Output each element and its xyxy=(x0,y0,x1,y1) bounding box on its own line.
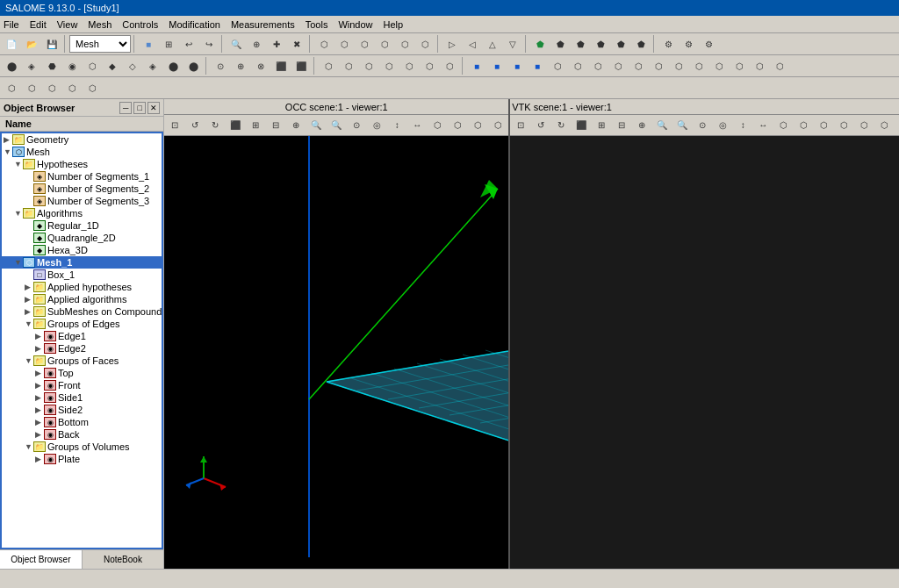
tb-btn-22[interactable]: ⬟ xyxy=(591,34,610,54)
tb2-btn-38[interactable]: ⬡ xyxy=(770,56,789,75)
tree-item-hexa_3d[interactable]: ◆Hexa_3D xyxy=(2,244,162,256)
occ-canvas[interactable] xyxy=(164,136,508,569)
tb-btn-18[interactable]: ▽ xyxy=(503,34,522,54)
tree-arrow-groups_faces[interactable]: ▼ xyxy=(25,356,33,365)
tb2-btn-3[interactable]: ⬣ xyxy=(42,56,61,75)
tb2-btn-25[interactable]: ■ xyxy=(507,56,527,75)
vtk-tb-6[interactable]: ⊟ xyxy=(612,116,631,135)
tb2-btn-5[interactable]: ⬡ xyxy=(83,56,102,75)
tree-arrow-groups_edges[interactable]: ▼ xyxy=(25,319,33,328)
occ-tb-10[interactable]: ⊙ xyxy=(347,116,366,135)
tb-btn-3[interactable]: ↩ xyxy=(179,34,198,54)
ob-close-btn[interactable]: ✕ xyxy=(147,102,160,114)
menu-controls[interactable]: Controls xyxy=(122,19,158,30)
tree-item-front[interactable]: ▶◉Front xyxy=(2,379,162,391)
tree-item-bottom[interactable]: ▶◉Bottom xyxy=(2,416,162,428)
tb2-btn-32[interactable]: ⬡ xyxy=(649,56,668,75)
tb-btn-24[interactable]: ⬟ xyxy=(631,34,651,54)
ob-minimize-btn[interactable]: ─ xyxy=(119,102,132,114)
tb-btn-21[interactable]: ⬟ xyxy=(571,34,590,54)
tb2-btn-22[interactable]: ⬡ xyxy=(440,56,459,75)
mesh-select[interactable]: Mesh xyxy=(69,35,131,53)
tb3-btn-2[interactable]: ⬡ xyxy=(22,78,41,97)
tree-item-plate[interactable]: ▶◉Plate xyxy=(2,453,162,465)
tb-btn-13[interactable]: ⬡ xyxy=(395,34,414,54)
tb2-btn-8[interactable]: ◈ xyxy=(143,56,162,75)
tb2-btn-13[interactable]: ⊗ xyxy=(251,56,270,75)
tree-item-top[interactable]: ▶◉Top xyxy=(2,367,162,379)
tb-btn-4[interactable]: ↪ xyxy=(199,34,219,54)
tree-arrow-edge1[interactable]: ▶ xyxy=(35,332,44,341)
tree-item-applied_hyp[interactable]: ▶📁Applied hypotheses xyxy=(2,281,162,293)
tree-item-mesh[interactable]: ▼⬡Mesh xyxy=(2,146,162,158)
tb-btn-15[interactable]: ▷ xyxy=(442,34,462,54)
menu-measurements[interactable]: Measurements xyxy=(231,19,295,30)
vtk-tb-17[interactable]: ⬡ xyxy=(834,116,853,135)
tree-item-hypotheses[interactable]: ▼📁Hypotheses xyxy=(2,158,162,170)
menu-window[interactable]: Window xyxy=(338,19,372,30)
tb-btn-23[interactable]: ⬟ xyxy=(611,34,630,54)
vtk-tb-10[interactable]: ⊙ xyxy=(693,116,712,135)
tb2-btn-21[interactable]: ⬡ xyxy=(420,56,439,75)
vtk-tb-14[interactable]: ⬡ xyxy=(773,116,793,135)
tree-arrow-edge2[interactable]: ▶ xyxy=(35,344,44,353)
tree-item-box_1[interactable]: □Box_1 xyxy=(2,269,162,281)
save-btn[interactable]: 💾 xyxy=(42,34,61,54)
tb2-btn-37[interactable]: ⬡ xyxy=(750,56,769,75)
tree-arrow-side2[interactable]: ▶ xyxy=(35,405,44,414)
new-btn[interactable]: 📄 xyxy=(2,34,21,54)
tb2-btn-12[interactable]: ⊕ xyxy=(231,56,250,75)
tb2-btn-16[interactable]: ⬡ xyxy=(319,56,338,75)
tb3-btn-1[interactable]: ⬡ xyxy=(2,78,21,97)
ob-tab-notebook[interactable]: NoteBook xyxy=(83,550,164,569)
menu-mesh[interactable]: Mesh xyxy=(88,19,111,30)
tb3-btn-4[interactable]: ⬡ xyxy=(62,78,82,97)
tb2-btn-19[interactable]: ⬡ xyxy=(379,56,399,75)
tb2-btn-6[interactable]: ◆ xyxy=(103,56,122,75)
tb-btn-1[interactable]: ■ xyxy=(139,34,158,54)
tree-item-edge1[interactable]: ▶◉Edge1 xyxy=(2,330,162,342)
tb2-btn-11[interactable]: ⊙ xyxy=(211,56,230,75)
tree-item-side2[interactable]: ▶◉Side2 xyxy=(2,404,162,416)
tb2-btn-30[interactable]: ⬡ xyxy=(608,56,628,75)
tree-arrow-front[interactable]: ▶ xyxy=(35,381,44,390)
tb2-btn-35[interactable]: ⬡ xyxy=(709,56,729,75)
tb-btn-19[interactable]: ⬟ xyxy=(530,34,550,54)
vtk-tb-1[interactable]: ⊡ xyxy=(511,116,530,135)
tb2-btn-2[interactable]: ◈ xyxy=(22,56,41,75)
tree-arrow-hypotheses[interactable]: ▼ xyxy=(14,160,23,169)
occ-tb-6[interactable]: ⊟ xyxy=(266,116,285,135)
tb-btn-9[interactable]: ⬡ xyxy=(314,34,334,54)
tree-arrow-mesh[interactable]: ▼ xyxy=(4,147,12,156)
tb2-btn-14[interactable]: ⬛ xyxy=(271,56,291,75)
tree-item-side1[interactable]: ▶◉Side1 xyxy=(2,391,162,404)
vtk-tb-19[interactable]: ⬡ xyxy=(874,116,894,135)
occ-tb-16[interactable]: ⬡ xyxy=(468,116,487,135)
tree-arrow-algorithms[interactable]: ▼ xyxy=(14,209,23,218)
tb-btn-12[interactable]: ⬡ xyxy=(375,34,394,54)
tb2-btn-28[interactable]: ⬡ xyxy=(568,56,587,75)
tb2-btn-31[interactable]: ⬡ xyxy=(629,56,648,75)
menu-help[interactable]: Help xyxy=(384,19,404,30)
tb2-btn-15[interactable]: ⬛ xyxy=(291,56,311,75)
tb2-btn-20[interactable]: ⬡ xyxy=(399,56,419,75)
tree-arrow-back[interactable]: ▶ xyxy=(35,430,44,439)
vtk-tb-12[interactable]: ↕ xyxy=(733,116,752,135)
tree-item-groups_edges[interactable]: ▼📁Groups of Edges xyxy=(2,318,162,330)
occ-tb-15[interactable]: ⬡ xyxy=(448,116,467,135)
tb-btn-8[interactable]: ✖ xyxy=(287,34,306,54)
tb3-btn-3[interactable]: ⬡ xyxy=(42,78,61,97)
tree-item-regular_1d[interactable]: ◆Regular_1D xyxy=(2,219,162,232)
tb2-btn-23[interactable]: ■ xyxy=(467,56,486,75)
tree-item-back[interactable]: ▶◉Back xyxy=(2,428,162,441)
vtk-tb-7[interactable]: ⊕ xyxy=(632,116,651,135)
vtk-tb-15[interactable]: ⬡ xyxy=(794,116,813,135)
tb2-btn-29[interactable]: ⬡ xyxy=(588,56,608,75)
vtk-tb-5[interactable]: ⊞ xyxy=(592,116,611,135)
menu-view[interactable]: View xyxy=(57,19,78,30)
tb-btn-6[interactable]: ⊕ xyxy=(247,34,266,54)
occ-tb-1[interactable]: ⊡ xyxy=(165,116,184,135)
occ-tb-8[interactable]: 🔍 xyxy=(306,116,326,135)
tree-arrow-top[interactable]: ▶ xyxy=(35,369,44,377)
tb-btn-14[interactable]: ⬡ xyxy=(415,34,435,54)
